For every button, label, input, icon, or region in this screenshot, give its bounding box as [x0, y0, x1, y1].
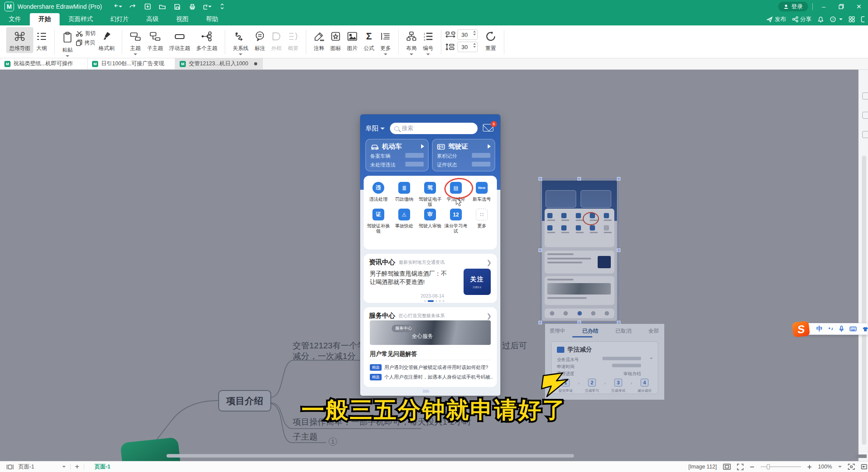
service-item[interactable]: 审 驾驶人审验 [417, 209, 443, 234]
maximize-button[interactable] [835, 1, 848, 12]
tab-accepting[interactable]: 受理中 [549, 327, 565, 335]
login-button[interactable]: 登录 [778, 2, 808, 11]
comment-button[interactable]: 注释 [311, 27, 327, 53]
faq-item[interactable]: 精选 用户遇到交管账户被锁定或者停用时该如何处理? [370, 364, 492, 371]
pan-mode-icon[interactable] [861, 464, 867, 470]
panel-icon[interactable] [862, 112, 868, 119]
paste-button[interactable]: 粘贴 [59, 27, 76, 58]
messages-button[interactable]: 6 [483, 124, 494, 133]
focus-mode-icon[interactable] [848, 464, 855, 470]
open-file-button[interactable] [158, 2, 167, 11]
service-item[interactable]: ⚠ 事故快处 [391, 209, 417, 234]
page-selector-dropdown[interactable]: 页面-1 [18, 463, 66, 471]
apps-grid-icon[interactable] [849, 16, 855, 22]
subtopic-button[interactable]: 子主题 [144, 27, 166, 53]
format-painter-button[interactable]: 格式刷 [96, 27, 117, 53]
page-list-toggle-icon[interactable] [6, 464, 14, 470]
news-thumbnail[interactable]: 关注 交通安全 [464, 269, 491, 295]
vertical-spacing-input[interactable]: 30 [457, 42, 478, 52]
topic-button[interactable]: 主题 [127, 27, 144, 56]
menu-help[interactable]: 帮助 [197, 13, 227, 25]
publish-button[interactable]: 发布 [766, 15, 786, 23]
resize-handle[interactable] [539, 248, 542, 252]
print-button[interactable] [188, 2, 197, 11]
doc-tab-3-active[interactable]: M 交管12123...机日入1000 [175, 58, 263, 69]
relationship-button[interactable]: 关系线 [230, 27, 252, 56]
horizontal-spacing-input[interactable]: 30 [457, 29, 478, 40]
skin-tshirt-icon[interactable] [862, 326, 868, 332]
undo-button[interactable] [113, 2, 122, 11]
share-button[interactable]: 分享 [792, 15, 811, 23]
formula-button[interactable]: Σ 公式 [361, 27, 377, 53]
spin-up[interactable] [473, 31, 476, 32]
ime-chinese-mode[interactable]: 中 [816, 325, 822, 333]
menu-page-style[interactable]: 页面样式 [60, 13, 102, 25]
chevron-right-icon[interactable]: ❯ [486, 312, 492, 319]
help-icon[interactable]: ? [830, 16, 843, 23]
callout-button[interactable]: 标注 [252, 27, 268, 53]
faq-item[interactable]: 精选 个人用户在注册时，如遇本人身份证或手机号码被... [370, 374, 492, 380]
tab-cancelled[interactable]: 已取消 [616, 327, 631, 335]
image-button[interactable]: 图片 [344, 27, 361, 53]
cut-button[interactable]: 剪切 [76, 30, 96, 37]
page-tab-active[interactable]: 页面-1 [95, 463, 110, 471]
news-item-title[interactable]: 男子醉驾被查甩锅造酒厂：不 让喝酒那就不要造酒! [370, 270, 456, 286]
resize-handle[interactable] [617, 248, 620, 252]
menu-slides[interactable]: 幻灯片 [102, 13, 138, 25]
resize-handle[interactable] [617, 177, 620, 181]
fit-to-window-icon[interactable] [723, 464, 731, 470]
export-button[interactable] [203, 2, 212, 11]
zoom-out-button[interactable] [750, 465, 755, 469]
subtopic-text[interactable]: 子主题 [293, 431, 318, 443]
outline-mode-button[interactable]: 大纲 [33, 27, 50, 53]
paste-dropdown-caret[interactable] [66, 55, 69, 57]
close-button[interactable]: ✕ [852, 1, 865, 12]
icon-library-button[interactable]: 图标 [327, 27, 344, 53]
panel-icon[interactable] [862, 131, 868, 138]
copy-button[interactable]: 拷贝 [76, 39, 96, 46]
service-item[interactable]: 12 满分学习考试 [443, 209, 469, 234]
relationship-dropdown-caret[interactable] [239, 53, 242, 55]
resize-handle[interactable] [577, 177, 581, 181]
tab-completed[interactable]: 已办结 [582, 327, 598, 335]
menu-view[interactable]: 视图 [167, 13, 197, 25]
ime-punctuation-icon[interactable] [828, 326, 833, 332]
horizontal-scrollbar-thumb[interactable] [167, 454, 574, 458]
image-node-thumbnail[interactable] [542, 181, 617, 321]
save-button[interactable] [173, 2, 182, 11]
multiple-topics-button[interactable]: 多个主题 [193, 27, 220, 53]
numbering-button[interactable]: 123 编号 [420, 27, 436, 56]
zoom-slider[interactable] [761, 466, 801, 467]
menu-advanced[interactable]: 高级 [138, 13, 167, 25]
add-page-button[interactable]: + [75, 462, 79, 471]
reset-button[interactable]: 重置 [482, 27, 500, 53]
more-elements-button[interactable]: 更多 [377, 27, 394, 56]
tab-all[interactable]: 全部 [648, 327, 659, 335]
spin-down[interactable] [473, 34, 476, 35]
mindmap-mode-button[interactable]: 思维导图 [6, 27, 33, 53]
branch-text-fragment[interactable]: 减分，一次减1分 [293, 351, 356, 362]
service-item[interactable]: 违 违法处理 [365, 182, 391, 207]
doc-tab-1[interactable]: M 祝福类壁纸...机即可操作 [0, 58, 88, 69]
menu-home[interactable]: 开始 [30, 13, 60, 25]
service-banner-image[interactable]: 服务中心 全心服务 [370, 320, 491, 345]
layout-button[interactable]: 布局 [403, 27, 420, 56]
vehicle-card[interactable]: 机动车 备案车辆 未处理违法 [365, 139, 429, 171]
doc-tab-2[interactable]: M 日引100创...可接广告变现 [88, 58, 175, 69]
notifications-bell-icon[interactable] [818, 16, 824, 23]
chevron-right-icon[interactable]: ❯ [486, 259, 492, 266]
menu-file[interactable]: 文件 [0, 13, 30, 25]
microphone-icon[interactable] [839, 326, 844, 332]
floating-topic-button[interactable]: 浮动主题 [166, 27, 193, 53]
layout-dropdown-caret[interactable] [410, 53, 413, 55]
zoom-in-button[interactable] [807, 465, 812, 469]
numbering-dropdown-caret[interactable] [426, 53, 430, 55]
spin-down[interactable] [473, 46, 476, 48]
new-file-button[interactable] [143, 2, 152, 11]
service-item[interactable]: 证 驾驶证补换领 [365, 209, 391, 234]
topic-dropdown-caret[interactable] [134, 53, 137, 55]
customize-toolbar-button[interactable] [218, 2, 227, 11]
resize-handle[interactable] [539, 177, 542, 181]
spin-up[interactable] [473, 43, 476, 45]
branch-text-fragment[interactable]: 过后可 [502, 340, 527, 351]
